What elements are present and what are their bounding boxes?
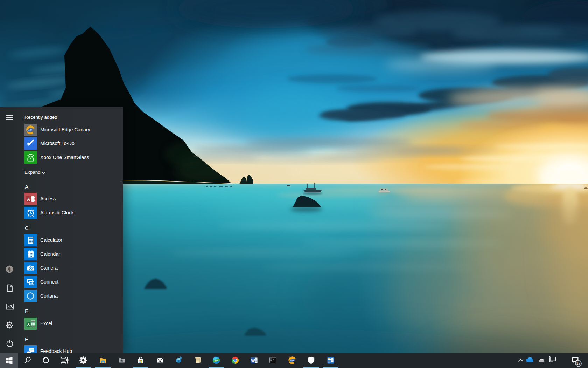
svg-text:C:\: C:\ [270,358,274,360]
svg-text:17: 17 [576,361,581,366]
svg-text:W: W [251,359,255,363]
svg-text:X: X [27,322,30,326]
svg-text:A: A [27,197,30,202]
